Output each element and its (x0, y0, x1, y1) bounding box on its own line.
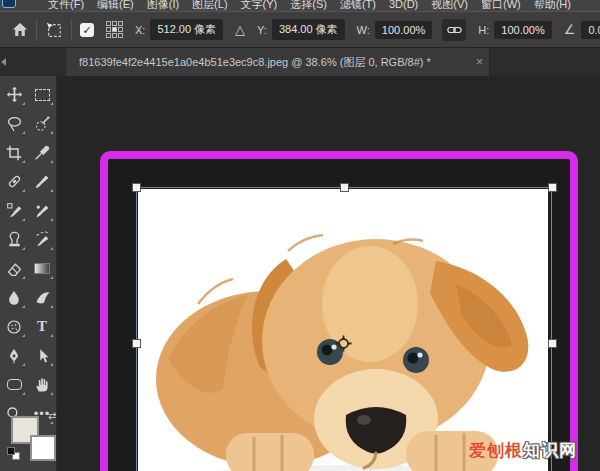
relative-positioning-icon[interactable]: △ (235, 22, 245, 37)
home-icon[interactable] (12, 22, 28, 37)
swap-colors-icon[interactable]: ⇄ (48, 410, 56, 421)
transform-handle-top-right[interactable] (548, 183, 557, 192)
height-scale-input[interactable]: 100.00% (494, 21, 551, 39)
blur-tool[interactable] (0, 283, 28, 312)
sponge-tool[interactable] (0, 312, 28, 341)
y-label: Y: (257, 24, 267, 36)
maintain-aspect-ratio-button[interactable] (442, 19, 466, 41)
rounded-rectangle-icon (7, 379, 22, 390)
x-position-input[interactable]: 512.00 像素 (150, 19, 223, 40)
type-tool[interactable]: T (28, 312, 56, 341)
document-tab-bar: f81639fe4f2e4415e1a0e4b51e3ec9c8.jpeg @ … (0, 48, 600, 76)
menu-3d[interactable]: 3D(D) (389, 0, 418, 10)
transform-handle-middle-right[interactable] (548, 339, 557, 348)
eraser-tool[interactable] (0, 254, 28, 283)
marquee-icon (35, 89, 50, 101)
transform-handle-middle-left[interactable] (132, 339, 141, 348)
reference-point-locator-icon[interactable] (106, 21, 123, 38)
rectangular-marquee-tool[interactable] (28, 80, 56, 109)
transform-reference-point-icon[interactable] (335, 335, 352, 352)
pen-tool[interactable] (0, 341, 28, 370)
rotation-angle-input[interactable]: 0.0 (581, 21, 600, 39)
smudge-tool[interactable] (28, 283, 56, 312)
menu-window[interactable]: 窗口(W) (481, 0, 521, 11)
tab-scroll-left-icon[interactable] (1, 58, 6, 66)
menu-image[interactable]: 图像(I) (147, 0, 179, 11)
menu-bar: 文件(F)编辑(E)图像(I)图层(L)文字(Y)选择(S)滤镜(T)3D(D)… (0, 0, 600, 11)
transform-handle-top-center[interactable] (340, 183, 349, 192)
canvas-area[interactable]: 爱刨根知识网 (57, 76, 600, 471)
width-label: W: (357, 24, 370, 36)
quick-selection-tool[interactable] (28, 109, 56, 138)
menu-edit[interactable]: 编辑(E) (97, 0, 134, 11)
document-tab-title: f81639fe4f2e4415e1a0e4b51e3ec9c8.jpeg @ … (79, 55, 431, 70)
free-transform-tool-icon[interactable] (45, 21, 63, 39)
art-history-brush-tool[interactable] (28, 225, 56, 254)
history-brush-tool[interactable] (0, 196, 28, 225)
menu-view[interactable]: 视图(V) (431, 0, 468, 11)
toggle-reference-point-checkbox[interactable]: ✓ (80, 23, 94, 37)
rotation-angle-icon: ∠ (564, 22, 576, 37)
menu-layer[interactable]: 图层(L) (192, 0, 227, 11)
crop-tool[interactable] (0, 138, 28, 167)
hand-tool[interactable] (28, 370, 56, 399)
eyedropper-tool[interactable] (28, 138, 56, 167)
watermark-white-text: 知识网 (523, 441, 577, 460)
watermark: 爱刨根知识网 (469, 439, 577, 462)
separator (71, 19, 72, 41)
default-colors-icon[interactable] (7, 447, 20, 460)
tab-close-icon[interactable]: × (476, 55, 483, 69)
photoshop-window: 文件(F)编辑(E)图像(I)图层(L)文字(Y)选择(S)滤镜(T)3D(D)… (0, 0, 600, 471)
menu-file[interactable]: 文件(F) (48, 0, 84, 11)
gradient-icon (34, 263, 50, 274)
x-label: X: (135, 24, 145, 36)
move-tool[interactable] (0, 80, 28, 109)
y-position-input[interactable]: 384.00 像素 (272, 19, 345, 40)
photoshop-logo-icon[interactable] (2, 0, 16, 8)
type-icon: T (37, 318, 47, 335)
menu-type[interactable]: 文字(Y) (241, 0, 278, 11)
mixer-brush-tool[interactable] (28, 196, 56, 225)
height-label: H: (478, 24, 489, 36)
brush-tool[interactable] (28, 167, 56, 196)
shape-tool[interactable] (0, 370, 28, 399)
menu-select[interactable]: 选择(S) (290, 0, 327, 11)
spot-healing-brush-tool[interactable] (0, 167, 28, 196)
options-bar: ✓ X: 512.00 像素 △ Y: 384.00 像素 W: 100.00%… (0, 11, 600, 48)
menu-filter[interactable]: 滤镜(T) (340, 0, 376, 11)
transform-bounding-box[interactable] (136, 187, 552, 471)
watermark-red-text: 爱刨根 (469, 441, 523, 460)
lasso-tool[interactable] (0, 109, 28, 138)
transform-handle-top-left[interactable] (132, 183, 141, 192)
separator (36, 19, 37, 41)
tools-panel: T ••• ⇄ (0, 76, 57, 471)
color-swatches: ⇄ (0, 406, 57, 471)
menu-help[interactable]: 帮助(H) (534, 0, 571, 11)
document-tab[interactable]: f81639fe4f2e4415e1a0e4b51e3ec9c8.jpeg @ … (66, 48, 490, 76)
width-scale-input[interactable]: 100.00% (375, 21, 432, 39)
chain-link-icon (447, 25, 462, 35)
gradient-tool[interactable] (28, 254, 56, 283)
path-selection-tool[interactable] (28, 341, 56, 370)
background-color-swatch[interactable] (30, 435, 56, 461)
clone-stamp-tool[interactable] (0, 225, 28, 254)
